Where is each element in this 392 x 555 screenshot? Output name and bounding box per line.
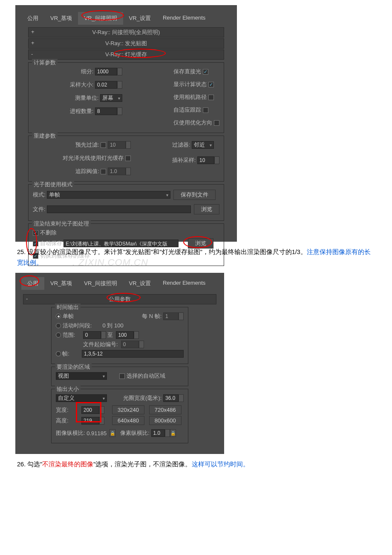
tab-label: 公用 bbox=[27, 280, 38, 286]
camera-path-label: 使用相机路径 bbox=[173, 93, 207, 101]
trace-checkbox[interactable] bbox=[101, 169, 106, 174]
file-num-input[interactable]: 0 bbox=[121, 341, 139, 348]
auto-region-checkbox[interactable] bbox=[119, 373, 125, 379]
height-label: 高度: bbox=[56, 417, 81, 425]
spinner-icon[interactable] bbox=[214, 156, 219, 164]
tab-render-elements[interactable]: Render Elements bbox=[157, 277, 211, 290]
spinner-icon[interactable] bbox=[134, 331, 139, 339]
area-dropdown[interactable]: 视图 bbox=[56, 372, 107, 380]
subdiv-input[interactable]: 1000 bbox=[95, 68, 117, 75]
preset-640x480[interactable]: 640x480 bbox=[112, 416, 144, 425]
tab-vr-settings[interactable]: VR_设置 bbox=[123, 12, 157, 25]
store-direct-checkbox[interactable] bbox=[203, 69, 208, 75]
range-to[interactable]: 100 bbox=[116, 331, 134, 339]
filter-dropdown[interactable]: 邻近 bbox=[192, 141, 214, 149]
interp-input[interactable]: 10 bbox=[197, 156, 214, 164]
preset-dropdown[interactable]: 自定义 bbox=[56, 394, 107, 402]
show-calc-label: 显示计算状态 bbox=[173, 81, 207, 88]
trace-label: 追踪阀值: bbox=[75, 168, 99, 175]
scale-dropdown[interactable]: 屏幕 bbox=[100, 94, 122, 102]
file-label: 文件: bbox=[33, 205, 46, 213]
opt-dir-label: 仅使用优化方向 bbox=[173, 119, 212, 127]
collapse-icon: - bbox=[26, 295, 28, 302]
spinner-icon[interactable] bbox=[139, 341, 144, 348]
spinner-icon[interactable] bbox=[165, 429, 170, 437]
browse-label: 浏览 bbox=[195, 240, 206, 246]
tab-vr-base[interactable]: VR_基项 bbox=[44, 12, 78, 25]
rollout-lightcache[interactable]: -V-Ray:: 灯光缓存 bbox=[28, 49, 224, 60]
preset-value: 自定义 bbox=[58, 394, 75, 402]
tab-vr-settings[interactable]: VR_设置 bbox=[123, 277, 157, 290]
spinner-icon[interactable] bbox=[117, 68, 122, 75]
step-note: 这样可以节约时间。 bbox=[192, 461, 249, 468]
spinner-icon[interactable] bbox=[117, 81, 122, 89]
active-label: 活动时间段: bbox=[63, 322, 92, 330]
rollout-gi[interactable]: +V-Ray:: 间接照明(全局照明) bbox=[28, 27, 224, 38]
auto-save-path[interactable]: E:\刘潘梅\上课、教学\3DSMax\《深度中文版 bbox=[63, 240, 179, 247]
preset-320x240[interactable]: 320x240 bbox=[112, 405, 144, 414]
tab-common[interactable]: 公用 bbox=[21, 277, 44, 290]
range-from[interactable]: 0 bbox=[83, 331, 101, 339]
tab-vr-base[interactable]: VR_基项 bbox=[44, 277, 78, 290]
lock-icon[interactable]: 🔒 bbox=[170, 429, 176, 437]
pixel-input[interactable]: 1.0 bbox=[151, 429, 165, 437]
auto-region-label: 选择的自动区域 bbox=[127, 372, 165, 380]
adaptive-label: 自适应跟踪 bbox=[173, 106, 201, 114]
nth-input[interactable]: 1 bbox=[163, 312, 179, 320]
trace-input[interactable]: 1.0 bbox=[108, 168, 126, 175]
scale-value: 屏幕 bbox=[102, 94, 113, 102]
file-input[interactable] bbox=[47, 205, 191, 213]
opt-dir-checkbox[interactable] bbox=[214, 120, 219, 126]
active-radio[interactable] bbox=[56, 323, 61, 328]
mode-value: 单帧 bbox=[49, 191, 60, 199]
auto-save-checkbox[interactable] bbox=[33, 241, 38, 246]
rollout-irradiance[interactable]: +V-Ray:: 发光贴图 bbox=[28, 38, 224, 49]
single-radio[interactable] bbox=[56, 314, 61, 319]
aperture-input[interactable]: 36.0 bbox=[163, 394, 179, 402]
range-radio[interactable] bbox=[56, 332, 61, 338]
common-params-panel: 公用 VR_基项 VR_间接照明 VR_设置 Render Elements -… bbox=[15, 273, 224, 454]
passes-input[interactable]: 8 bbox=[95, 107, 117, 115]
tab-vr-indirect[interactable]: VR_间接照明 bbox=[78, 12, 123, 25]
glossy-checkbox[interactable] bbox=[125, 156, 131, 161]
preset-720x486[interactable]: 720x486 bbox=[149, 405, 182, 414]
save-button[interactable]: 保存到文件 bbox=[173, 190, 216, 200]
rollout-common-params[interactable]: -公用参数 bbox=[23, 294, 216, 304]
aspect-value: 0.91185 bbox=[86, 430, 107, 436]
expand-icon: + bbox=[31, 29, 35, 35]
mode-dropdown[interactable]: 单帧 bbox=[47, 191, 170, 199]
spinner-icon[interactable] bbox=[126, 168, 131, 175]
tab-render-elements[interactable]: Render Elements bbox=[157, 12, 211, 25]
group-area: 要渲染的区域 视图 选择的自动区域 bbox=[51, 367, 188, 386]
width-label: 宽度: bbox=[56, 406, 81, 414]
glossy-label: 对光泽光线使用灯光缓存 bbox=[63, 154, 124, 162]
dont-delete-checkbox[interactable] bbox=[33, 230, 38, 236]
step-text-2: "选项，渲染光子图，不渲染图像。 bbox=[93, 461, 191, 468]
single-label: 单帧 bbox=[63, 312, 74, 320]
height-input[interactable]: 219 bbox=[81, 417, 99, 425]
frames-radio[interactable] bbox=[56, 351, 61, 356]
show-calc-checkbox[interactable] bbox=[208, 82, 214, 87]
spinner-icon[interactable] bbox=[117, 107, 122, 115]
frames-input[interactable]: 1,3,5-12 bbox=[82, 350, 184, 358]
camera-path-checkbox[interactable] bbox=[208, 95, 214, 100]
prefilter-checkbox[interactable] bbox=[101, 142, 106, 148]
spinner-icon[interactable] bbox=[179, 394, 184, 402]
preset-800x600[interactable]: 800x600 bbox=[149, 416, 182, 425]
adaptive-checkbox[interactable] bbox=[203, 107, 208, 113]
spinner-icon[interactable] bbox=[179, 312, 184, 320]
tab-common[interactable]: 公用 bbox=[21, 12, 44, 25]
prefilter-input[interactable]: 10 bbox=[108, 141, 126, 149]
sample-input[interactable]: 0.02 bbox=[95, 81, 117, 89]
group-title: 重建参数 bbox=[32, 132, 58, 140]
spinner-icon[interactable] bbox=[99, 417, 104, 425]
tab-vr-indirect[interactable]: VR_间接照明 bbox=[78, 277, 123, 290]
browse-button[interactable]: 浏览 bbox=[194, 204, 219, 214]
dont-delete-label: 不删除 bbox=[40, 229, 57, 237]
collapse-icon: - bbox=[31, 51, 33, 57]
width-input[interactable]: 200 bbox=[81, 406, 99, 414]
spinner-icon[interactable] bbox=[99, 406, 104, 414]
spinner-icon[interactable] bbox=[101, 331, 106, 339]
lock-icon[interactable]: 🔒 bbox=[110, 429, 115, 437]
spinner-icon[interactable] bbox=[126, 141, 131, 149]
